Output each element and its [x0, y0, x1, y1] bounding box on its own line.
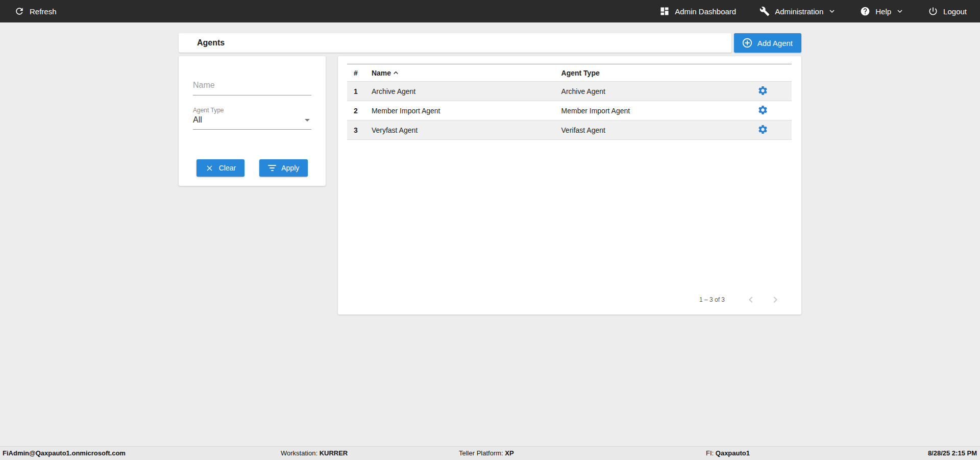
row-agent-type: Archive Agent: [561, 82, 734, 101]
row-agent-type: Member Import Agent: [561, 101, 734, 120]
administration-label: Administration: [775, 7, 823, 16]
row-agent-type: Verifast Agent: [561, 120, 734, 140]
previous-page-button[interactable]: [744, 293, 757, 306]
agents-table-card: # Name Agent Type 1 Archive Agent Archiv…: [338, 56, 801, 314]
row-number: 1: [347, 82, 372, 101]
refresh-icon: [14, 6, 24, 16]
add-agent-label: Add Agent: [757, 39, 793, 47]
chevron-down-icon: [895, 7, 904, 16]
admin-dashboard-button[interactable]: Admin Dashboard: [659, 6, 736, 16]
dashboard-icon: [659, 6, 670, 16]
gear-icon: [757, 85, 768, 96]
agent-type-select[interactable]: Agent Type All: [193, 107, 311, 130]
row-settings-button[interactable]: [757, 124, 768, 135]
chevron-left-icon: [745, 294, 757, 306]
row-number: 2: [347, 101, 372, 120]
gear-icon: [757, 124, 768, 135]
row-settings-button[interactable]: [757, 105, 768, 115]
refresh-label: Refresh: [30, 7, 57, 16]
cards-row: Agent Type All Clear Apply: [179, 56, 801, 314]
apply-button[interactable]: Apply: [259, 159, 308, 177]
apply-label: Apply: [281, 164, 299, 172]
footer-datetime: 8/28/25 2:15 PM: [928, 449, 977, 457]
row-agent-name: Archive Agent: [372, 82, 561, 101]
gear-icon: [757, 105, 768, 115]
agents-table: # Name Agent Type 1 Archive Agent Archiv…: [347, 64, 792, 140]
agent-type-value: All: [193, 115, 202, 125]
clear-button[interactable]: Clear: [197, 159, 244, 177]
plus-circle-icon: [742, 37, 753, 49]
pagination-range-label: 1 – 3 of 3: [699, 296, 725, 303]
admin-dashboard-label: Admin Dashboard: [675, 7, 736, 16]
logout-label: Logout: [943, 7, 967, 16]
footer-teller-platform: Teller Platform: XP: [459, 449, 514, 457]
pagination: 1 – 3 of 3: [699, 293, 782, 306]
help-icon: [860, 6, 870, 16]
help-menu[interactable]: Help: [860, 6, 904, 16]
administration-menu[interactable]: Administration: [760, 6, 837, 16]
wrench-icon: [760, 6, 770, 16]
name-filter-input[interactable]: [193, 78, 311, 95]
logout-button[interactable]: Logout: [928, 6, 967, 16]
next-page-button[interactable]: [769, 293, 782, 306]
footer-fi: FI: Qaxpauto1: [706, 449, 750, 457]
table-row[interactable]: 1 Archive Agent Archive Agent: [347, 82, 792, 101]
row-settings-button[interactable]: [757, 85, 768, 96]
column-header-actions: [734, 64, 792, 82]
column-header-name[interactable]: Name: [372, 64, 561, 82]
add-agent-button[interactable]: Add Agent: [734, 33, 801, 53]
status-footer: FiAdmin@Qaxpauto1.onmicrosoft.com Workst…: [0, 446, 980, 460]
help-label: Help: [875, 7, 891, 16]
refresh-button[interactable]: Refresh: [14, 6, 57, 16]
chevron-right-icon: [769, 294, 781, 306]
column-header-agent-type[interactable]: Agent Type: [561, 64, 734, 82]
topbar: Refresh Admin Dashboard Administration H…: [0, 0, 980, 22]
table-row[interactable]: 3 Veryfast Agent Verifast Agent: [347, 120, 792, 140]
chevron-down-icon: [827, 7, 837, 16]
footer-user: FiAdmin@Qaxpauto1.onmicrosoft.com: [3, 449, 126, 457]
table-row[interactable]: 2 Member Import Agent Member Import Agen…: [347, 101, 792, 120]
row-agent-name: Member Import Agent: [372, 101, 561, 120]
column-header-number: #: [347, 64, 372, 82]
table-header-row: # Name Agent Type: [347, 64, 792, 82]
page-header: Agents Add Agent: [179, 33, 801, 53]
clear-label: Clear: [219, 164, 236, 172]
filter-icon: [268, 165, 276, 171]
footer-workstation: Workstation: KURRER: [281, 449, 348, 457]
agent-type-label: Agent Type: [193, 107, 311, 114]
main-content: Agents Add Agent Agent Type All Clear: [179, 33, 801, 314]
power-icon: [928, 6, 938, 16]
row-agent-name: Veryfast Agent: [372, 120, 561, 140]
filter-actions: Clear Apply: [193, 159, 311, 177]
row-number: 3: [347, 120, 372, 140]
triangle-down-icon: [305, 119, 310, 122]
page-title-bar: Agents: [179, 33, 731, 53]
page-title: Agents: [197, 38, 225, 47]
filter-panel: Agent Type All Clear Apply: [179, 56, 326, 186]
sort-ascending-icon: [391, 68, 400, 77]
close-icon: [205, 164, 214, 173]
